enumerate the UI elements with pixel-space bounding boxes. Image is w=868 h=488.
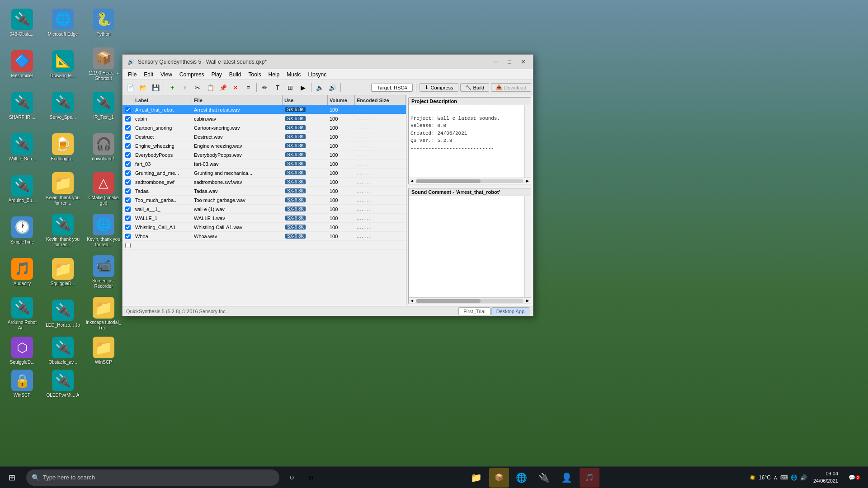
taskbar-user-icon[interactable]: 👤 <box>557 468 577 488</box>
desktop-icon-squiggle1[interactable]: 📁 SquiggleD... <box>43 252 83 292</box>
toolbar-insert-btn[interactable]: + <box>179 82 191 94</box>
menu-view[interactable]: View <box>157 70 176 79</box>
row-checkbox[interactable] <box>125 116 131 122</box>
table-row[interactable]: Engine_wheezing Engine wheezing.wav SX-6… <box>123 141 406 150</box>
system-clock[interactable]: 09:04 24/06/2021 <box>810 470 842 484</box>
desktop-icon-kevin1[interactable]: 📁 Kevin, thank you for ren... <box>43 169 83 209</box>
row-checkbox[interactable] <box>125 234 131 239</box>
row-checkbox[interactable] <box>125 125 131 131</box>
toolbar-paste-btn[interactable]: 📌 <box>217 82 229 94</box>
desktop-icon-sharp[interactable]: 🔌 SHARP IR ... <box>2 85 42 126</box>
desktop-icon-arduino-robot[interactable]: 🔌 Arduino Robot Ar... <box>2 293 42 334</box>
close-button[interactable]: ✕ <box>517 57 529 67</box>
menu-compress[interactable]: Compress <box>176 70 208 79</box>
desktop-icon-led[interactable]: 🔌 LED_Horizo... Jo <box>43 293 83 334</box>
desktop-icon-inkscape2[interactable]: 📁 WinSCP <box>84 335 123 367</box>
toolbar-save-btn[interactable]: 💾 <box>150 82 161 94</box>
menu-file[interactable]: File <box>124 70 140 79</box>
desktop-icon-python[interactable]: 🐍 Python <box>84 2 123 43</box>
compress-button[interactable]: ⬇ Compress <box>420 83 458 92</box>
menu-play[interactable]: Play <box>208 70 226 79</box>
desktop-icon-simpletime[interactable]: 🕐 SimpleTime <box>2 210 42 251</box>
toolbar-text-btn[interactable]: T <box>272 82 283 94</box>
menu-build[interactable]: Build <box>226 70 245 79</box>
desktop-icon-screencast[interactable]: 📹 Screencast Recorder <box>84 252 123 292</box>
desktop-icon-drawing[interactable]: 📐 Drawing M... <box>43 44 83 84</box>
row-checkbox[interactable] <box>125 225 131 230</box>
download-button[interactable]: 📥 Download <box>491 83 531 92</box>
comment-hscroll-left[interactable]: ◀ <box>409 298 415 304</box>
table-row[interactable]: Too_much_garba... Too much garbage.wav S… <box>123 196 406 205</box>
notification-button[interactable]: 💬2 <box>844 467 864 488</box>
desktop-icon-walle[interactable]: 🔌 Wall_E Sou... <box>2 127 42 168</box>
comment-scrollbar[interactable] <box>524 196 531 297</box>
tab-desktop-app[interactable]: Desktop App <box>491 307 529 315</box>
maximize-button[interactable]: □ <box>503 57 516 67</box>
row-checkbox[interactable] <box>125 206 131 212</box>
table-row[interactable] <box>123 241 406 250</box>
table-row[interactable]: wall_e__1_ wall-e (1).wav SX-6 8K 100 ..… <box>123 205 406 214</box>
desktop-icon-servo[interactable]: 🔌 Servo_Spe... <box>43 85 83 126</box>
table-row[interactable]: Whistling_Call_A1 Whistling-Call-A1.wav … <box>123 223 406 232</box>
menu-tools[interactable]: Tools <box>245 70 265 79</box>
row-checkbox[interactable] <box>125 107 131 113</box>
volume-icon[interactable]: 🔊 <box>800 474 807 481</box>
taskbar-qs-icon[interactable]: 🎵 <box>580 468 599 488</box>
cortana-button[interactable]: ○ <box>282 467 302 488</box>
table-row[interactable]: WALLE_1 WALLE 1.wav SX-6 8K 100 ........… <box>123 214 406 223</box>
toolbar-play-btn[interactable]: ▶ <box>297 82 309 94</box>
taskbar-rar-icon[interactable]: 📦 <box>489 468 509 488</box>
table-row[interactable]: Tadaa Tadaa.wav SX-6 8K 100 ......... <box>123 187 406 196</box>
table-row[interactable]: Grunting_and_me... Grunting and mechanic… <box>123 169 406 178</box>
desktop-icon-arduino-bu[interactable]: 🔌 Arduino_Bu... <box>2 169 42 209</box>
toolbar-delete-btn[interactable]: ✕ <box>230 82 241 94</box>
toolbar-volume-btn[interactable]: 🔈 <box>314 82 326 94</box>
toolbar-copy-btn[interactable]: 📋 <box>204 82 216 94</box>
comment-hscroll-thumb[interactable] <box>416 299 481 303</box>
desktop-icon-squiggle2[interactable]: ⬡ SquiggleD... <box>2 335 42 367</box>
desktop-icon-cmake[interactable]: △ CMake (cmake gui) <box>84 169 123 209</box>
row-checkbox[interactable] <box>125 197 131 203</box>
desktop-icon-inkscape1[interactable]: 📁 Inkscape tutorial_ Tra... <box>84 293 123 334</box>
desktop-icon-boddington[interactable]: 🍺 Boddingto... <box>43 127 83 168</box>
table-row[interactable]: EverybodyPoops EverybodyPoops.wav SX-6 8… <box>123 150 406 160</box>
comment-hscroll-right[interactable]: ▶ <box>524 298 531 304</box>
desktop-icon-edge[interactable]: 🌐 Microsoft Edge <box>43 2 83 43</box>
table-row[interactable]: fart_03 fart-03.wav SX-6 8K 100 ........… <box>123 160 406 169</box>
chevron-up-icon[interactable]: ∧ <box>774 474 778 481</box>
task-view-button[interactable]: ⊟ <box>302 468 320 488</box>
tab-first-trial[interactable]: First_Trial <box>458 307 490 315</box>
menu-music[interactable]: Music <box>283 70 304 79</box>
table-row[interactable]: cabin cabin.wav SX-6 8K 100 ......... <box>123 114 406 123</box>
target-button[interactable]: Target: RSC4 <box>371 84 413 92</box>
toolbar-pencil-btn[interactable]: ✏ <box>259 82 271 94</box>
toolbar-sound-btn[interactable]: 🔊 <box>326 82 338 94</box>
sound-comment-content[interactable] <box>409 196 531 297</box>
hscroll-right-btn[interactable]: ▶ <box>524 178 531 184</box>
table-row[interactable]: sadtrombone_swf sadtrombone.swf.wav SX-6… <box>123 178 406 187</box>
toolbar-grid-btn[interactable]: ⊞ <box>284 82 296 94</box>
minimize-button[interactable]: ─ <box>490 57 502 67</box>
desktop-icon-chrome1[interactable]: 🌐 Kevin, thank you for ren... <box>84 210 123 251</box>
row-checkbox[interactable] <box>125 161 131 167</box>
taskbar-chrome-icon[interactable]: 🌐 <box>512 468 532 488</box>
desktop-icon-obstacle[interactable]: 🔌 Obstacle_av... <box>43 335 83 367</box>
toolbar-cut-btn[interactable]: ✂ <box>192 82 203 94</box>
desktop-icon-kevin2[interactable]: 🔌 Kevin, thank you for ren... <box>43 210 83 251</box>
desktop-icon-audacity[interactable]: 🎵 Audacity <box>2 252 42 292</box>
menu-edit[interactable]: Edit <box>140 70 157 79</box>
row-checkbox[interactable] <box>125 188 131 194</box>
row-checkbox[interactable] <box>125 243 131 248</box>
scrollbar-right[interactable] <box>524 105 531 178</box>
desktop-icon-oled[interactable]: 🔌 OLEDPwrMt... A <box>43 368 83 400</box>
menu-help[interactable]: Help <box>265 70 283 79</box>
table-row[interactable]: Destruct Destruct.wav SX-6 8K 100 ......… <box>123 132 406 141</box>
desktop-icon-meshmixer[interactable]: 🔷 Meshmixer <box>2 44 42 84</box>
taskbar-files-icon[interactable]: 📁 <box>467 468 486 488</box>
build-button[interactable]: 🔨 Build <box>460 83 489 92</box>
desktop-icon-043[interactable]: 🔌 043-Obsta... <box>2 2 42 43</box>
hscroll-left-btn[interactable]: ◀ <box>409 178 415 184</box>
row-checkbox[interactable] <box>125 170 131 176</box>
toolbar-new-btn[interactable]: 📄 <box>124 82 136 94</box>
row-checkbox[interactable] <box>125 179 131 185</box>
